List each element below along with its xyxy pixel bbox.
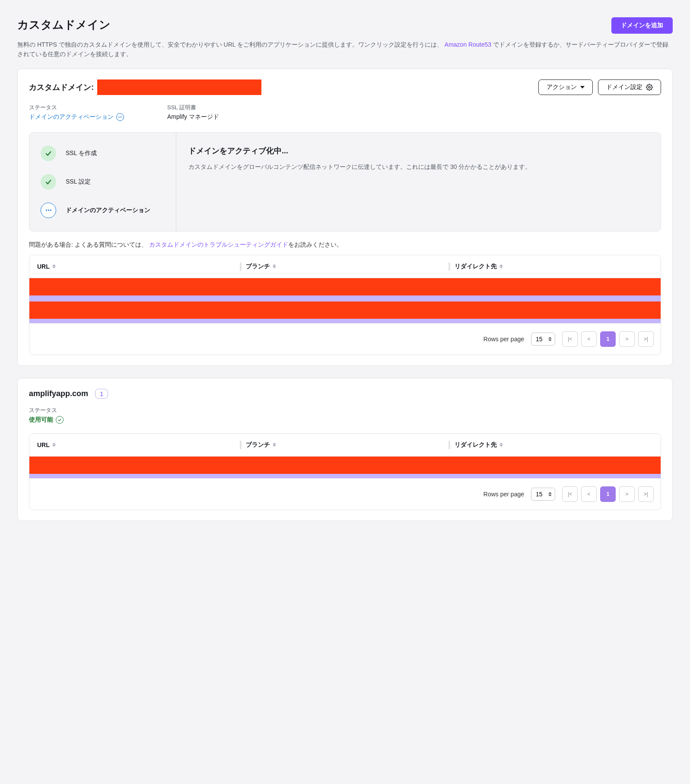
add-domain-button[interactable]: ドメインを追加 — [611, 17, 673, 34]
col-divider — [448, 441, 450, 449]
col-redirect[interactable]: リダイレクト先 — [455, 441, 653, 449]
step-label: SSL を作成 — [66, 149, 97, 157]
troubleshoot-prefix: 問題がある場合: よくある質問については、 — [29, 241, 147, 248]
card-header: カスタムドメイン: アクション ドメイン設定 — [29, 79, 661, 95]
status-meta: ステータス 使用可能 — [29, 406, 661, 424]
col-branch[interactable]: ブランチ — [246, 262, 444, 271]
progress-text: カスタムドメインをグローバルコンテンツ配信ネットワークに伝達しています。これには… — [188, 162, 649, 172]
col-label: URL — [37, 263, 50, 270]
route53-link[interactable]: Amazon Route53 — [445, 41, 491, 48]
last-page-button[interactable]: >| — [638, 331, 654, 347]
step-label: SSL 設定 — [66, 178, 91, 186]
redacted-content — [29, 457, 661, 474]
card-title: カスタムドメイン: — [29, 82, 94, 92]
progress-detail: ドメインをアクティブ化中... カスタムドメインをグローバルコンテンツ配信ネット… — [176, 133, 661, 231]
check-icon — [41, 146, 56, 161]
ssl-label: SSL 証明書 — [167, 104, 219, 111]
col-label: ブランチ — [246, 263, 270, 270]
meta-row: ステータス ドメインのアクティベーション SSL 証明書 Amplify マネー… — [29, 104, 661, 121]
progress-title: ドメインをアクティブ化中... — [188, 146, 649, 156]
sort-icon — [273, 264, 276, 268]
last-page-button[interactable]: >| — [638, 486, 654, 502]
amplifyapp-domain-card: amplifyapp.com 1 ステータス 使用可能 URL ブランチ リダイ… — [17, 378, 673, 521]
table-row — [29, 457, 661, 478]
ssl-value: Amplify マネージド — [167, 113, 219, 121]
subdomains-table: URL ブランチ リダイレクト先 Rows per page — [29, 255, 661, 355]
page-title: カスタムドメイン — [17, 17, 111, 32]
ellipsis-icon — [116, 113, 124, 121]
domain-count-badge: 1 — [95, 389, 108, 399]
status-text: 使用可能 — [29, 416, 53, 424]
domain-settings-label: ドメイン設定 — [606, 83, 642, 91]
card-actions: アクション ドメイン設定 — [538, 79, 661, 95]
col-divider — [448, 262, 450, 271]
sort-icon — [52, 264, 56, 268]
sort-icon — [273, 443, 276, 447]
in-progress-icon — [41, 203, 56, 218]
card-title: amplifyapp.com — [29, 389, 88, 398]
table-row — [29, 278, 661, 323]
page-buttons: |< < 1 > >| — [562, 331, 654, 347]
page-buttons: |< < 1 > >| — [562, 486, 654, 502]
page-number-button[interactable]: 1 — [600, 331, 616, 347]
domain-settings-button[interactable]: ドメイン設定 — [598, 79, 661, 95]
sort-icon — [499, 264, 503, 268]
status-label: ステータス — [29, 104, 124, 111]
troubleshoot-suffix: をお読みください。 — [288, 241, 343, 248]
col-divider — [240, 441, 242, 449]
card-title-wrap: カスタムドメイン: — [29, 79, 261, 95]
table-header: URL ブランチ リダイレクト先 — [29, 255, 661, 278]
redacted-content — [29, 278, 661, 295]
status-text: ドメインのアクティベーション — [29, 113, 114, 121]
check-circle-icon — [56, 416, 64, 424]
status-label: ステータス — [29, 406, 661, 414]
row-separator — [29, 319, 661, 323]
step-domain-activation: ドメインのアクティベーション — [41, 203, 165, 218]
rows-per-page-label: Rows per page — [483, 491, 524, 498]
prev-page-button[interactable]: < — [581, 486, 597, 502]
step-ssl-config: SSL 設定 — [41, 174, 165, 190]
status-value: 使用可能 — [29, 416, 64, 424]
check-icon — [41, 174, 56, 190]
subdomains-table: URL ブランチ リダイレクト先 Rows per page 15 — [29, 433, 661, 510]
actions-dropdown[interactable]: アクション — [538, 79, 593, 95]
col-label: リダイレクト先 — [455, 263, 497, 270]
col-label: URL — [37, 441, 50, 448]
first-page-button[interactable]: |< — [562, 331, 578, 347]
row-separator — [29, 295, 661, 302]
col-label: リダイレクト先 — [455, 441, 497, 449]
row-separator — [29, 474, 661, 478]
status-value[interactable]: ドメインのアクティベーション — [29, 113, 124, 121]
troubleshoot-note: 問題がある場合: よくある質問については、 カスタムドメインのトラブルシューティ… — [29, 241, 661, 249]
svg-point-0 — [649, 86, 650, 88]
rows-per-page-label: Rows per page — [483, 336, 524, 343]
next-page-button[interactable]: > — [619, 331, 635, 347]
prev-page-button[interactable]: < — [581, 331, 597, 347]
sort-icon — [499, 443, 503, 447]
actions-label: アクション — [547, 83, 577, 91]
status-meta: ステータス ドメインのアクティベーション — [29, 104, 124, 121]
col-redirect[interactable]: リダイレクト先 — [455, 262, 653, 271]
rows-per-page-select[interactable]: 15 — [531, 333, 555, 346]
next-page-button[interactable]: > — [619, 486, 635, 502]
card-title-wrap: amplifyapp.com 1 — [29, 389, 661, 399]
troubleshoot-link[interactable]: カスタムドメインのトラブルシューティングガイド — [149, 241, 288, 248]
page-header: カスタムドメイン ドメインを追加 — [17, 17, 673, 34]
chevron-down-icon — [580, 86, 585, 89]
rows-per-page-select[interactable]: 15 — [531, 488, 555, 501]
page-number-button[interactable]: 1 — [600, 486, 616, 502]
gear-icon — [646, 84, 653, 91]
domain-progress-panel: SSL を作成 SSL 設定 ドメインのアクティベーション ドメインをアクティブ… — [29, 132, 661, 232]
custom-domain-card: カスタムドメイン: アクション ドメイン設定 ステータス ドメインのアクティベー… — [17, 69, 673, 366]
redacted-content — [29, 302, 661, 319]
col-divider — [240, 262, 242, 271]
col-url[interactable]: URL — [37, 262, 235, 271]
col-branch[interactable]: ブランチ — [246, 441, 444, 449]
col-url[interactable]: URL — [37, 441, 235, 449]
table-header: URL ブランチ リダイレクト先 — [29, 434, 661, 457]
redacted-domain-name — [97, 79, 261, 95]
page-description: 無料の HTTPS で独自のカスタムドメインを使用して、安全でわかりやすい UR… — [17, 40, 673, 59]
first-page-button[interactable]: |< — [562, 486, 578, 502]
ssl-meta: SSL 証明書 Amplify マネージド — [167, 104, 219, 121]
pagination: Rows per page 15 |< < 1 > >| — [29, 478, 661, 510]
